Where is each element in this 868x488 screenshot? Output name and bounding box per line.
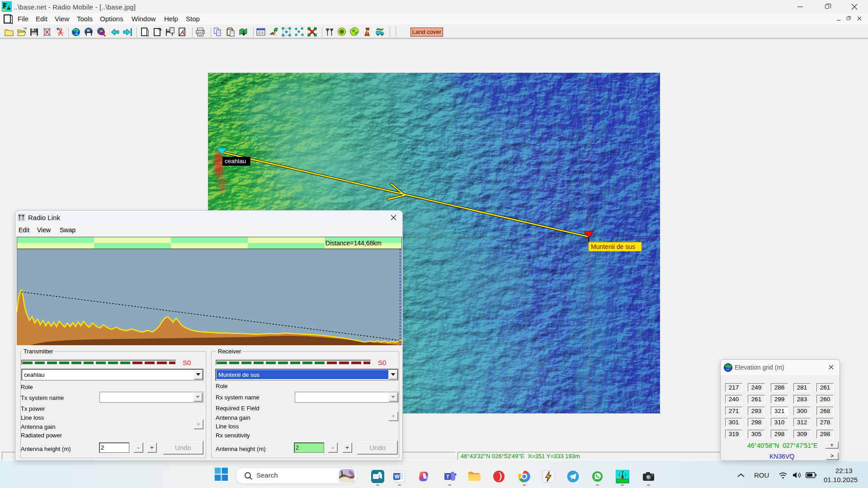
svg-text:Muntenii de sus: Muntenii de sus — [591, 243, 635, 250]
svg-text:W: W — [395, 474, 400, 480]
svg-text:ceahlau: ceahlau — [225, 158, 246, 164]
svg-text:T: T — [446, 474, 449, 479]
